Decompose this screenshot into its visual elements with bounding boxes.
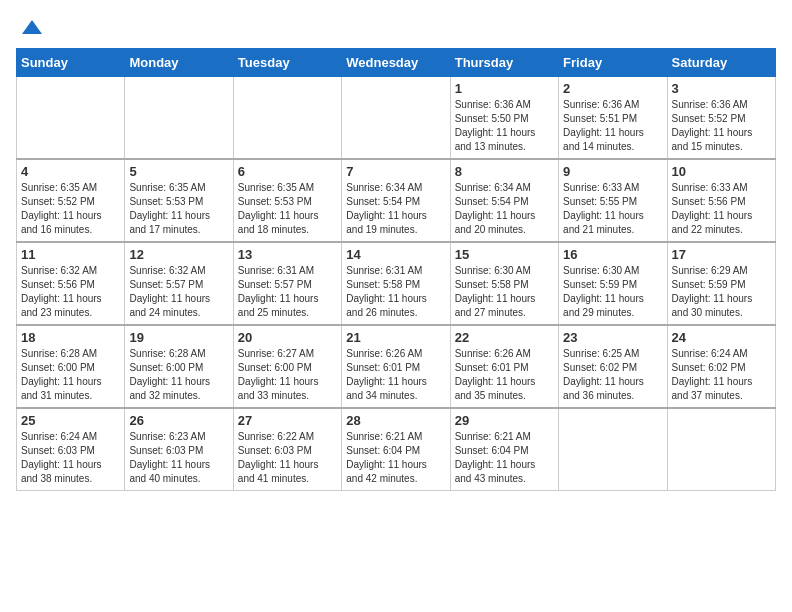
table-row: 25Sunrise: 6:24 AMSunset: 6:03 PMDayligh…	[17, 408, 125, 491]
day-number: 1	[455, 81, 554, 96]
day-info: Sunrise: 6:35 AMSunset: 5:53 PMDaylight:…	[129, 181, 228, 237]
table-row: 9Sunrise: 6:33 AMSunset: 5:55 PMDaylight…	[559, 159, 667, 242]
table-row: 6Sunrise: 6:35 AMSunset: 5:53 PMDaylight…	[233, 159, 341, 242]
day-number: 5	[129, 164, 228, 179]
day-info: Sunrise: 6:36 AMSunset: 5:52 PMDaylight:…	[672, 98, 771, 154]
day-number: 20	[238, 330, 337, 345]
table-row: 22Sunrise: 6:26 AMSunset: 6:01 PMDayligh…	[450, 325, 558, 408]
day-number: 11	[21, 247, 120, 262]
calendar-table: SundayMondayTuesdayWednesdayThursdayFrid…	[16, 48, 776, 491]
day-number: 19	[129, 330, 228, 345]
day-info: Sunrise: 6:23 AMSunset: 6:03 PMDaylight:…	[129, 430, 228, 486]
table-row	[233, 77, 341, 160]
day-number: 2	[563, 81, 662, 96]
day-info: Sunrise: 6:33 AMSunset: 5:56 PMDaylight:…	[672, 181, 771, 237]
table-row: 8Sunrise: 6:34 AMSunset: 5:54 PMDaylight…	[450, 159, 558, 242]
day-number: 27	[238, 413, 337, 428]
table-row: 26Sunrise: 6:23 AMSunset: 6:03 PMDayligh…	[125, 408, 233, 491]
calendar-header-row: SundayMondayTuesdayWednesdayThursdayFrid…	[17, 49, 776, 77]
day-info: Sunrise: 6:24 AMSunset: 6:02 PMDaylight:…	[672, 347, 771, 403]
day-info: Sunrise: 6:35 AMSunset: 5:52 PMDaylight:…	[21, 181, 120, 237]
table-row: 5Sunrise: 6:35 AMSunset: 5:53 PMDaylight…	[125, 159, 233, 242]
day-info: Sunrise: 6:35 AMSunset: 5:53 PMDaylight:…	[238, 181, 337, 237]
calendar-header-wednesday: Wednesday	[342, 49, 450, 77]
day-number: 26	[129, 413, 228, 428]
table-row: 16Sunrise: 6:30 AMSunset: 5:59 PMDayligh…	[559, 242, 667, 325]
logo	[16, 16, 44, 40]
calendar-header-saturday: Saturday	[667, 49, 775, 77]
day-info: Sunrise: 6:36 AMSunset: 5:50 PMDaylight:…	[455, 98, 554, 154]
day-info: Sunrise: 6:32 AMSunset: 5:57 PMDaylight:…	[129, 264, 228, 320]
table-row: 21Sunrise: 6:26 AMSunset: 6:01 PMDayligh…	[342, 325, 450, 408]
table-row: 15Sunrise: 6:30 AMSunset: 5:58 PMDayligh…	[450, 242, 558, 325]
calendar-header-friday: Friday	[559, 49, 667, 77]
day-number: 23	[563, 330, 662, 345]
calendar-header-monday: Monday	[125, 49, 233, 77]
table-row	[17, 77, 125, 160]
day-info: Sunrise: 6:31 AMSunset: 5:57 PMDaylight:…	[238, 264, 337, 320]
table-row: 27Sunrise: 6:22 AMSunset: 6:03 PMDayligh…	[233, 408, 341, 491]
day-number: 18	[21, 330, 120, 345]
day-number: 17	[672, 247, 771, 262]
logo-icon	[20, 16, 44, 40]
day-info: Sunrise: 6:28 AMSunset: 6:00 PMDaylight:…	[21, 347, 120, 403]
day-number: 3	[672, 81, 771, 96]
day-info: Sunrise: 6:28 AMSunset: 6:00 PMDaylight:…	[129, 347, 228, 403]
table-row: 11Sunrise: 6:32 AMSunset: 5:56 PMDayligh…	[17, 242, 125, 325]
day-info: Sunrise: 6:25 AMSunset: 6:02 PMDaylight:…	[563, 347, 662, 403]
table-row: 18Sunrise: 6:28 AMSunset: 6:00 PMDayligh…	[17, 325, 125, 408]
day-info: Sunrise: 6:30 AMSunset: 5:58 PMDaylight:…	[455, 264, 554, 320]
day-info: Sunrise: 6:26 AMSunset: 6:01 PMDaylight:…	[455, 347, 554, 403]
table-row	[342, 77, 450, 160]
svg-marker-0	[22, 20, 42, 34]
calendar-week-row: 1Sunrise: 6:36 AMSunset: 5:50 PMDaylight…	[17, 77, 776, 160]
day-info: Sunrise: 6:24 AMSunset: 6:03 PMDaylight:…	[21, 430, 120, 486]
day-number: 28	[346, 413, 445, 428]
table-row: 28Sunrise: 6:21 AMSunset: 6:04 PMDayligh…	[342, 408, 450, 491]
day-info: Sunrise: 6:22 AMSunset: 6:03 PMDaylight:…	[238, 430, 337, 486]
day-info: Sunrise: 6:26 AMSunset: 6:01 PMDaylight:…	[346, 347, 445, 403]
day-number: 24	[672, 330, 771, 345]
calendar-week-row: 11Sunrise: 6:32 AMSunset: 5:56 PMDayligh…	[17, 242, 776, 325]
day-number: 22	[455, 330, 554, 345]
table-row: 17Sunrise: 6:29 AMSunset: 5:59 PMDayligh…	[667, 242, 775, 325]
table-row	[559, 408, 667, 491]
table-row: 20Sunrise: 6:27 AMSunset: 6:00 PMDayligh…	[233, 325, 341, 408]
day-info: Sunrise: 6:30 AMSunset: 5:59 PMDaylight:…	[563, 264, 662, 320]
day-info: Sunrise: 6:27 AMSunset: 6:00 PMDaylight:…	[238, 347, 337, 403]
calendar-header-thursday: Thursday	[450, 49, 558, 77]
day-number: 6	[238, 164, 337, 179]
table-row	[667, 408, 775, 491]
day-info: Sunrise: 6:32 AMSunset: 5:56 PMDaylight:…	[21, 264, 120, 320]
day-info: Sunrise: 6:34 AMSunset: 5:54 PMDaylight:…	[455, 181, 554, 237]
day-number: 10	[672, 164, 771, 179]
table-row: 12Sunrise: 6:32 AMSunset: 5:57 PMDayligh…	[125, 242, 233, 325]
day-info: Sunrise: 6:21 AMSunset: 6:04 PMDaylight:…	[346, 430, 445, 486]
day-info: Sunrise: 6:34 AMSunset: 5:54 PMDaylight:…	[346, 181, 445, 237]
day-number: 7	[346, 164, 445, 179]
day-number: 8	[455, 164, 554, 179]
day-info: Sunrise: 6:21 AMSunset: 6:04 PMDaylight:…	[455, 430, 554, 486]
day-info: Sunrise: 6:36 AMSunset: 5:51 PMDaylight:…	[563, 98, 662, 154]
table-row: 1Sunrise: 6:36 AMSunset: 5:50 PMDaylight…	[450, 77, 558, 160]
day-info: Sunrise: 6:31 AMSunset: 5:58 PMDaylight:…	[346, 264, 445, 320]
table-row: 29Sunrise: 6:21 AMSunset: 6:04 PMDayligh…	[450, 408, 558, 491]
page-header	[16, 16, 776, 40]
day-number: 9	[563, 164, 662, 179]
calendar-header-sunday: Sunday	[17, 49, 125, 77]
table-row: 14Sunrise: 6:31 AMSunset: 5:58 PMDayligh…	[342, 242, 450, 325]
day-number: 29	[455, 413, 554, 428]
calendar-header-tuesday: Tuesday	[233, 49, 341, 77]
day-number: 4	[21, 164, 120, 179]
day-info: Sunrise: 6:29 AMSunset: 5:59 PMDaylight:…	[672, 264, 771, 320]
table-row: 24Sunrise: 6:24 AMSunset: 6:02 PMDayligh…	[667, 325, 775, 408]
table-row: 2Sunrise: 6:36 AMSunset: 5:51 PMDaylight…	[559, 77, 667, 160]
table-row: 23Sunrise: 6:25 AMSunset: 6:02 PMDayligh…	[559, 325, 667, 408]
table-row: 4Sunrise: 6:35 AMSunset: 5:52 PMDaylight…	[17, 159, 125, 242]
day-number: 16	[563, 247, 662, 262]
table-row: 10Sunrise: 6:33 AMSunset: 5:56 PMDayligh…	[667, 159, 775, 242]
day-number: 21	[346, 330, 445, 345]
day-info: Sunrise: 6:33 AMSunset: 5:55 PMDaylight:…	[563, 181, 662, 237]
table-row	[125, 77, 233, 160]
day-number: 14	[346, 247, 445, 262]
